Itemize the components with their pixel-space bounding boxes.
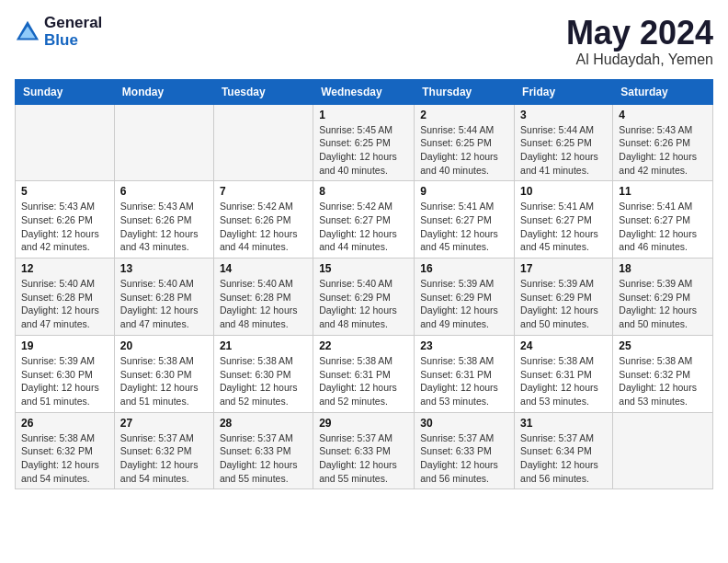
calendar-week-row: 12Sunrise: 5:40 AM Sunset: 6:28 PM Dayli… — [16, 259, 713, 336]
month-title: May 2024 — [566, 15, 713, 52]
calendar-day-cell: 21Sunrise: 5:38 AM Sunset: 6:30 PM Dayli… — [213, 335, 313, 412]
day-info: Sunrise: 5:39 AM Sunset: 6:29 PM Dayligh… — [520, 277, 607, 331]
day-info: Sunrise: 5:43 AM Sunset: 6:26 PM Dayligh… — [619, 123, 707, 178]
day-info: Sunrise: 5:38 AM Sunset: 6:30 PM Dayligh… — [220, 354, 307, 408]
calendar-day-cell: 13Sunrise: 5:40 AM Sunset: 6:28 PM Dayli… — [114, 259, 213, 336]
day-info: Sunrise: 5:38 AM Sunset: 6:31 PM Dayligh… — [520, 354, 607, 408]
weekday-header: Sunday — [16, 79, 115, 104]
calendar-day-cell: 20Sunrise: 5:38 AM Sunset: 6:30 PM Dayli… — [114, 335, 213, 412]
calendar-day-cell: 29Sunrise: 5:37 AM Sunset: 6:33 PM Dayli… — [313, 412, 415, 489]
calendar-day-cell: 5Sunrise: 5:43 AM Sunset: 6:26 PM Daylig… — [16, 181, 115, 259]
day-info: Sunrise: 5:41 AM Sunset: 6:27 PM Dayligh… — [520, 200, 607, 254]
day-number: 4 — [619, 109, 707, 121]
day-info: Sunrise: 5:38 AM Sunset: 6:32 PM Dayligh… — [619, 354, 707, 408]
day-number: 18 — [619, 262, 707, 275]
day-info: Sunrise: 5:40 AM Sunset: 6:29 PM Dayligh… — [319, 277, 408, 331]
day-info: Sunrise: 5:40 AM Sunset: 6:28 PM Dayligh… — [120, 277, 208, 331]
logo-icon — [15, 19, 40, 45]
day-number: 31 — [520, 417, 607, 430]
day-info: Sunrise: 5:38 AM Sunset: 6:32 PM Dayligh… — [21, 431, 108, 486]
calendar-day-cell: 28Sunrise: 5:37 AM Sunset: 6:33 PM Dayli… — [213, 412, 313, 489]
calendar-day-cell: 14Sunrise: 5:40 AM Sunset: 6:28 PM Dayli… — [213, 259, 313, 336]
calendar-day-cell: 25Sunrise: 5:38 AM Sunset: 6:32 PM Dayli… — [613, 335, 713, 412]
calendar-day-cell — [213, 104, 313, 181]
day-number: 7 — [220, 185, 307, 198]
day-number: 28 — [220, 417, 307, 430]
weekday-header: Saturday — [613, 79, 713, 104]
location: Al Hudaydah, Yemen — [566, 52, 713, 68]
calendar-day-cell: 2Sunrise: 5:44 AM Sunset: 6:25 PM Daylig… — [415, 104, 515, 181]
day-number: 12 — [21, 262, 108, 275]
weekday-header: Wednesday — [313, 79, 415, 104]
day-number: 1 — [319, 109, 408, 121]
day-number: 16 — [420, 262, 508, 275]
day-number: 21 — [220, 339, 307, 352]
weekday-header: Monday — [114, 79, 213, 104]
day-number: 26 — [21, 417, 108, 430]
calendar-day-cell: 10Sunrise: 5:41 AM Sunset: 6:27 PM Dayli… — [515, 181, 613, 259]
day-info: Sunrise: 5:38 AM Sunset: 6:30 PM Dayligh… — [120, 354, 208, 408]
day-number: 19 — [21, 339, 108, 352]
day-number: 11 — [619, 185, 707, 198]
day-number: 6 — [120, 185, 208, 198]
day-number: 29 — [319, 417, 408, 430]
calendar-day-cell: 31Sunrise: 5:37 AM Sunset: 6:34 PM Dayli… — [515, 412, 613, 489]
calendar-day-cell — [613, 412, 713, 489]
day-info: Sunrise: 5:45 AM Sunset: 6:25 PM Dayligh… — [319, 123, 408, 178]
calendar-day-cell: 9Sunrise: 5:41 AM Sunset: 6:27 PM Daylig… — [415, 181, 515, 259]
day-info: Sunrise: 5:39 AM Sunset: 6:29 PM Dayligh… — [619, 277, 707, 331]
calendar-week-row: 5Sunrise: 5:43 AM Sunset: 6:26 PM Daylig… — [16, 181, 713, 259]
calendar-day-cell: 24Sunrise: 5:38 AM Sunset: 6:31 PM Dayli… — [515, 335, 613, 412]
day-number: 25 — [619, 339, 707, 352]
day-number: 23 — [420, 339, 508, 352]
calendar-day-cell: 12Sunrise: 5:40 AM Sunset: 6:28 PM Dayli… — [16, 259, 115, 336]
page-header: General Blue May 2024 Al Hudaydah, Yemen — [15, 15, 713, 68]
day-number: 13 — [120, 262, 208, 275]
calendar-day-cell: 30Sunrise: 5:37 AM Sunset: 6:33 PM Dayli… — [415, 412, 515, 489]
day-number: 24 — [520, 339, 607, 352]
calendar-day-cell: 15Sunrise: 5:40 AM Sunset: 6:29 PM Dayli… — [313, 259, 415, 336]
calendar-day-cell: 16Sunrise: 5:39 AM Sunset: 6:29 PM Dayli… — [415, 259, 515, 336]
calendar-week-row: 19Sunrise: 5:39 AM Sunset: 6:30 PM Dayli… — [16, 335, 713, 412]
logo-blue: Blue — [44, 32, 102, 50]
day-number: 2 — [420, 109, 508, 121]
day-info: Sunrise: 5:42 AM Sunset: 6:26 PM Dayligh… — [220, 200, 307, 254]
day-number: 20 — [120, 339, 208, 352]
calendar-day-cell — [114, 104, 213, 181]
day-number: 9 — [420, 185, 508, 198]
day-info: Sunrise: 5:37 AM Sunset: 6:32 PM Dayligh… — [120, 431, 208, 486]
calendar-day-cell: 8Sunrise: 5:42 AM Sunset: 6:27 PM Daylig… — [313, 181, 415, 259]
calendar-day-cell: 19Sunrise: 5:39 AM Sunset: 6:30 PM Dayli… — [16, 335, 115, 412]
calendar-day-cell: 23Sunrise: 5:38 AM Sunset: 6:31 PM Dayli… — [415, 335, 515, 412]
day-info: Sunrise: 5:37 AM Sunset: 6:33 PM Dayligh… — [319, 431, 408, 486]
day-number: 3 — [520, 109, 607, 121]
calendar-day-cell: 4Sunrise: 5:43 AM Sunset: 6:26 PM Daylig… — [613, 104, 713, 181]
day-info: Sunrise: 5:39 AM Sunset: 6:30 PM Dayligh… — [21, 354, 108, 408]
calendar-table: SundayMondayTuesdayWednesdayThursdayFrid… — [15, 79, 713, 490]
day-info: Sunrise: 5:41 AM Sunset: 6:27 PM Dayligh… — [420, 200, 508, 254]
calendar-day-cell: 11Sunrise: 5:41 AM Sunset: 6:27 PM Dayli… — [613, 181, 713, 259]
weekday-header-row: SundayMondayTuesdayWednesdayThursdayFrid… — [16, 79, 713, 104]
day-info: Sunrise: 5:42 AM Sunset: 6:27 PM Dayligh… — [319, 200, 408, 254]
day-info: Sunrise: 5:38 AM Sunset: 6:31 PM Dayligh… — [420, 354, 508, 408]
calendar-day-cell: 26Sunrise: 5:38 AM Sunset: 6:32 PM Dayli… — [16, 412, 115, 489]
day-number: 17 — [520, 262, 607, 275]
day-info: Sunrise: 5:43 AM Sunset: 6:26 PM Dayligh… — [120, 200, 208, 254]
day-info: Sunrise: 5:40 AM Sunset: 6:28 PM Dayligh… — [21, 277, 108, 331]
title-block: May 2024 Al Hudaydah, Yemen — [566, 15, 713, 68]
day-info: Sunrise: 5:37 AM Sunset: 6:33 PM Dayligh… — [420, 431, 508, 486]
calendar-day-cell: 27Sunrise: 5:37 AM Sunset: 6:32 PM Dayli… — [114, 412, 213, 489]
day-info: Sunrise: 5:40 AM Sunset: 6:28 PM Dayligh… — [220, 277, 307, 331]
calendar-week-row: 1Sunrise: 5:45 AM Sunset: 6:25 PM Daylig… — [16, 104, 713, 181]
day-info: Sunrise: 5:38 AM Sunset: 6:31 PM Dayligh… — [319, 354, 408, 408]
logo: General Blue — [15, 15, 102, 49]
day-number: 14 — [220, 262, 307, 275]
weekday-header: Friday — [515, 79, 613, 104]
day-info: Sunrise: 5:37 AM Sunset: 6:34 PM Dayligh… — [520, 431, 607, 486]
logo-text: General Blue — [44, 15, 102, 49]
day-info: Sunrise: 5:37 AM Sunset: 6:33 PM Dayligh… — [220, 431, 307, 486]
calendar-day-cell — [16, 104, 115, 181]
day-info: Sunrise: 5:43 AM Sunset: 6:26 PM Dayligh… — [21, 200, 108, 254]
logo-general: General — [44, 15, 102, 32]
calendar-day-cell: 22Sunrise: 5:38 AM Sunset: 6:31 PM Dayli… — [313, 335, 415, 412]
